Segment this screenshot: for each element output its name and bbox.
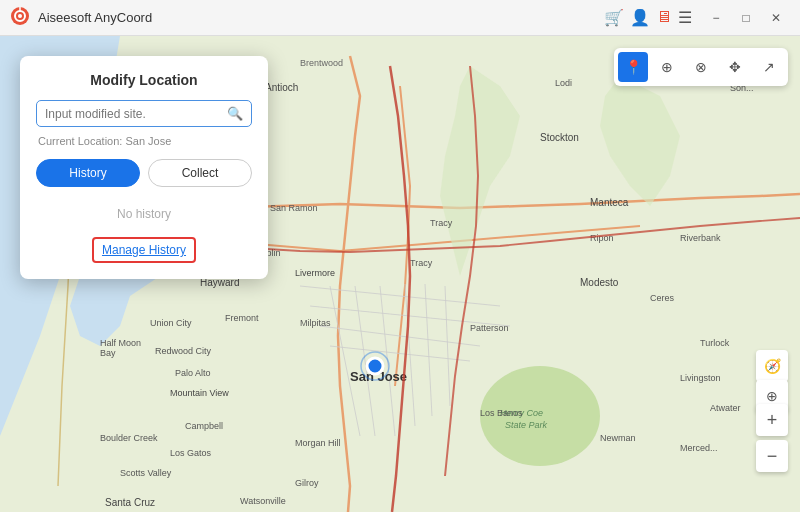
svg-text:Atwater: Atwater: [710, 403, 741, 413]
svg-text:Ceres: Ceres: [650, 293, 675, 303]
search-input[interactable]: [45, 107, 227, 121]
svg-text:Scotts Valley: Scotts Valley: [120, 468, 172, 478]
svg-text:Merced...: Merced...: [680, 443, 718, 453]
move-button[interactable]: ✥: [720, 52, 750, 82]
search-icon: 🔍: [227, 106, 243, 121]
map-toolbar: 📍 ⊕ ⊗ ✥ ↗: [614, 48, 788, 86]
window-controls: − □ ✕: [702, 6, 790, 30]
svg-text:Lodi: Lodi: [555, 78, 572, 88]
svg-text:Morgan Hill: Morgan Hill: [295, 438, 341, 448]
history-tab[interactable]: History: [36, 159, 140, 187]
svg-text:Milpitas: Milpitas: [300, 318, 331, 328]
zoom-controls: + −: [756, 404, 788, 472]
maximize-button[interactable]: □: [732, 6, 760, 30]
svg-text:Boulder Creek: Boulder Creek: [100, 433, 158, 443]
svg-text:Antioch: Antioch: [265, 82, 298, 93]
compass-button[interactable]: 🧭: [756, 350, 788, 382]
svg-text:Union City: Union City: [150, 318, 192, 328]
no-history-text: No history: [36, 199, 252, 229]
tab-row: History Collect: [36, 159, 252, 187]
minimize-button[interactable]: −: [702, 6, 730, 30]
user-icon[interactable]: 👤: [630, 8, 650, 27]
search-box: 🔍: [36, 100, 252, 127]
current-location-label: Current Location: San Jose: [36, 135, 252, 147]
app-title: Aiseesoft AnyCoord: [38, 10, 604, 25]
multi-stop-button[interactable]: ⊕: [652, 52, 682, 82]
titlebar-icons: 🛒 👤 🖥 ☰: [604, 8, 692, 27]
dialog-title: Modify Location: [36, 72, 252, 88]
menu-icon[interactable]: ☰: [678, 8, 692, 27]
main-area: Henry Coe State Park Antioch Brentwood C…: [0, 36, 800, 512]
screen-icon[interactable]: 🖥: [656, 8, 672, 27]
manage-history-button[interactable]: Manage History: [92, 237, 196, 263]
svg-text:Patterson: Patterson: [470, 323, 509, 333]
location-mode-button[interactable]: 📍: [618, 52, 648, 82]
svg-text:Modesto: Modesto: [580, 277, 619, 288]
svg-text:Livingston: Livingston: [680, 373, 721, 383]
svg-text:Los Gatos: Los Gatos: [170, 448, 212, 458]
zoom-out-button[interactable]: −: [756, 440, 788, 472]
route-button[interactable]: ⊗: [686, 52, 716, 82]
cart-icon[interactable]: 🛒: [604, 8, 624, 27]
svg-text:Campbell: Campbell: [185, 421, 223, 431]
svg-text:Fremont: Fremont: [225, 313, 259, 323]
svg-text:Mountain View: Mountain View: [170, 388, 229, 398]
svg-text:Newman: Newman: [600, 433, 636, 443]
svg-point-2: [18, 14, 22, 18]
svg-point-64: [367, 358, 383, 374]
svg-text:Tracy: Tracy: [430, 218, 453, 228]
svg-text:Livermore: Livermore: [295, 268, 335, 278]
modify-location-dialog: Modify Location 🔍 Current Location: San …: [20, 56, 268, 279]
svg-text:Palo Alto: Palo Alto: [175, 368, 211, 378]
titlebar: Aiseesoft AnyCoord 🛒 👤 🖥 ☰ − □ ✕: [0, 0, 800, 36]
svg-text:Los Banos: Los Banos: [480, 408, 523, 418]
svg-text:Bay: Bay: [100, 348, 116, 358]
svg-text:Half Moon: Half Moon: [100, 338, 141, 348]
close-button[interactable]: ✕: [762, 6, 790, 30]
svg-text:Turlock: Turlock: [700, 338, 730, 348]
svg-text:Redwood City: Redwood City: [155, 346, 212, 356]
svg-text:Manteca: Manteca: [590, 197, 629, 208]
svg-text:State Park: State Park: [505, 420, 548, 430]
collect-tab[interactable]: Collect: [148, 159, 252, 187]
export-button[interactable]: ↗: [754, 52, 784, 82]
app-logo: [10, 6, 30, 30]
zoom-in-button[interactable]: +: [756, 404, 788, 436]
svg-text:San Ramon: San Ramon: [270, 203, 318, 213]
svg-text:Santa Cruz: Santa Cruz: [105, 497, 155, 508]
svg-text:Stockton: Stockton: [540, 132, 579, 143]
svg-text:Riverbank: Riverbank: [680, 233, 721, 243]
svg-text:Tracy: Tracy: [410, 258, 433, 268]
svg-text:Watsonville: Watsonville: [240, 496, 286, 506]
svg-text:Brentwood: Brentwood: [300, 58, 343, 68]
svg-text:Gilroy: Gilroy: [295, 478, 319, 488]
